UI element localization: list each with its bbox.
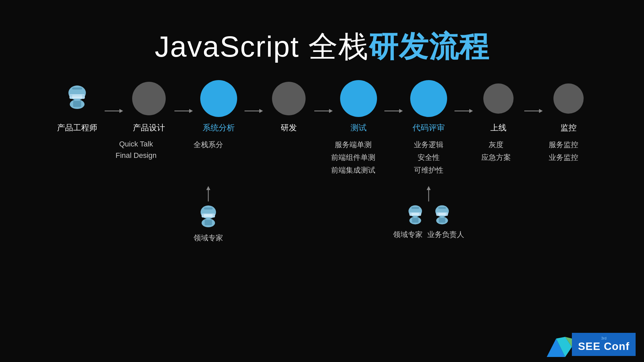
sub-xitong-analysis: 全栈系分	[185, 140, 232, 150]
sub-chanpin-design-1: Quick Talk	[119, 140, 153, 148]
node-shangxian: 上线	[480, 80, 517, 133]
chanpin-engineer-icon	[59, 80, 96, 117]
svg-rect-5	[72, 95, 82, 98]
see-conf-logo-icon	[547, 332, 572, 357]
svg-rect-26	[205, 220, 212, 225]
arrow-5	[384, 108, 403, 133]
node-yanfa: 研发	[270, 80, 307, 133]
yanfa-label: 研发	[281, 122, 297, 133]
bottom-xitong-analysis: 领域专家	[185, 185, 232, 243]
arrow-1	[105, 108, 123, 133]
title-area: JavaScript 全栈研发流程	[155, 27, 489, 67]
svg-rect-35	[412, 207, 419, 209]
sub-ceshi-1: 服务端单测	[335, 140, 372, 150]
svg-marker-8	[119, 109, 123, 113]
sub-daima-review-3: 可维护性	[414, 165, 443, 175]
svg-rect-41	[438, 207, 446, 209]
arrow-4	[314, 108, 333, 133]
circle-chanpin-design	[132, 82, 166, 115]
svg-marker-14	[329, 109, 333, 113]
circle-ceshi	[340, 80, 377, 117]
svg-marker-18	[469, 109, 473, 113]
svg-rect-40	[439, 218, 445, 223]
sub-xitong-analysis-1: 全栈系分	[194, 140, 223, 150]
sub-ceshi-3: 前端集成测试	[331, 165, 375, 175]
see-conf-sub: 3rd	[601, 336, 606, 340]
expert-label-domain: 领域专家	[393, 230, 423, 240]
chanpin-engineer-label: 产品工程师	[57, 122, 97, 133]
arrow-7	[524, 108, 543, 133]
svg-rect-42	[438, 213, 446, 215]
svg-rect-27	[204, 207, 213, 209]
xitong-analysis-label: 系统分析	[203, 122, 235, 133]
title-part1: JavaScript 全栈	[155, 30, 368, 63]
sub-ceshi-2: 前端组件单测	[331, 153, 375, 163]
svg-marker-16	[399, 109, 403, 113]
see-conf-text: SEE Conf	[578, 340, 630, 353]
title-part2: 研发流程	[369, 30, 489, 63]
circle-yanfa	[272, 82, 306, 115]
jiankong-label: 监控	[560, 122, 577, 133]
svg-rect-4	[72, 87, 82, 89]
sub-shangxian-1: 灰度	[489, 140, 503, 150]
sub-jiankong-1: 服务监控	[549, 140, 578, 150]
sub-chanpin-design-2: Final Design	[116, 151, 157, 160]
slide-title: JavaScript 全栈研发流程	[155, 27, 489, 67]
main-flow-row: 产品工程师 产品设计 系统分析	[37, 80, 607, 133]
svg-rect-36	[412, 213, 419, 215]
svg-marker-10	[189, 109, 193, 113]
svg-marker-30	[427, 186, 431, 190]
circle-jiankong	[553, 83, 584, 114]
two-experts	[404, 204, 454, 228]
sub-chanpin-design: Quick Talk Final Design	[113, 140, 160, 160]
svg-marker-20	[539, 109, 543, 113]
sub-shangxian-2: 应急方案	[481, 153, 511, 163]
svg-rect-28	[204, 214, 213, 217]
node-chanpin-engineer: 产品工程师	[57, 80, 97, 133]
node-ceshi: 测试	[340, 80, 377, 133]
sub-jiankong-2: 业务监控	[549, 153, 578, 163]
svg-marker-12	[259, 109, 263, 113]
sub-jiankong: 服务监控 业务监控	[540, 140, 587, 163]
slide-container: JavaScript 全栈研发流程	[0, 0, 644, 362]
see-conf-text-box: 3rd SEE Conf	[572, 333, 636, 356]
arrow-2	[174, 108, 193, 133]
daima-review-label: 代码评审	[413, 122, 445, 133]
sub-shangxian: 灰度 应急方案	[478, 140, 515, 163]
expert-icon-domain	[404, 204, 427, 228]
node-chanpin-design: 产品设计	[130, 80, 167, 133]
node-xitong-analysis: 系统分析	[200, 80, 237, 133]
expert-icon-biz	[430, 204, 454, 228]
sub-daima-review-1: 业务逻辑	[414, 140, 443, 150]
node-jiankong: 监控	[550, 80, 587, 133]
ceshi-label: 测试	[351, 122, 367, 133]
sub-daima-review-2: 安全性	[418, 153, 440, 163]
expert-label-xitong: 领域专家	[194, 233, 223, 243]
up-arrow-daima	[425, 185, 433, 202]
svg-marker-22	[206, 186, 210, 190]
sub-daima-review: 业务逻辑 安全性 可维护性	[405, 140, 452, 175]
svg-rect-34	[412, 218, 419, 223]
svg-rect-3	[73, 101, 81, 107]
node-daima-review: 代码评审	[410, 80, 447, 133]
chanpin-design-label: 产品设计	[133, 122, 165, 133]
arrow-6	[454, 108, 473, 133]
sub-ceshi: 服务端单测 前端组件单测 前端集成测试	[326, 140, 380, 175]
circle-shangxian	[483, 83, 514, 114]
circle-xitong-analysis	[200, 80, 237, 117]
circle-daima-review	[410, 80, 447, 117]
see-conf-badge: 3rd SEE Conf	[547, 332, 636, 357]
two-expert-labels: 领域专家 业务负责人	[393, 230, 464, 240]
arrow-3	[245, 108, 263, 133]
expert-icon-xitong	[195, 204, 222, 231]
shangxian-label: 上线	[490, 122, 506, 133]
expert-label-biz: 业务负责人	[427, 230, 464, 240]
up-arrow-xitong	[204, 185, 212, 202]
bottom-daima-review: 领域专家 业务负责人	[405, 185, 452, 240]
